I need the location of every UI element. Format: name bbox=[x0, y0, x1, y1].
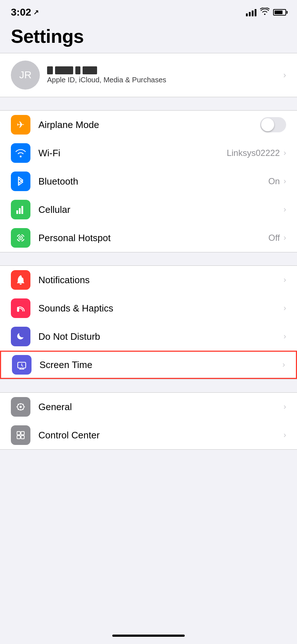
bluetooth-chevron-icon: › bbox=[284, 177, 286, 186]
svg-rect-12 bbox=[21, 435, 24, 439]
cellular-icon bbox=[11, 200, 30, 219]
airplane-mode-icon: ✈ bbox=[11, 115, 30, 135]
avatar: JR bbox=[11, 61, 40, 90]
page-title-section: Settings bbox=[0, 22, 297, 53]
page-title: Settings bbox=[11, 25, 286, 47]
status-bar: 3:02 ↗ bbox=[0, 0, 297, 22]
personal-hotspot-value: Off bbox=[268, 233, 280, 243]
wifi-value: Linksys02222 bbox=[227, 148, 280, 158]
sounds-haptics-label: Sounds & Haptics bbox=[38, 303, 284, 314]
cellular-row[interactable]: Cellular › bbox=[0, 195, 297, 224]
notifications-chevron-icon: › bbox=[284, 275, 286, 285]
wifi-icon bbox=[11, 143, 30, 163]
redacted-4 bbox=[83, 66, 97, 74]
general-label: General bbox=[38, 401, 284, 413]
airplane-mode-row[interactable]: ✈ Airplane Mode bbox=[0, 111, 297, 139]
airplane-mode-label: Airplane Mode bbox=[38, 119, 260, 131]
do-not-disturb-row[interactable]: Do Not Disturb › bbox=[0, 322, 297, 351]
profile-info: Apple ID, iCloud, Media & Purchases bbox=[47, 66, 276, 84]
control-center-chevron-icon: › bbox=[284, 430, 286, 440]
personal-hotspot-chevron-icon: › bbox=[284, 233, 286, 243]
profile-chevron-icon: › bbox=[283, 70, 286, 80]
status-time: 3:02 ↗ bbox=[11, 7, 39, 18]
svg-rect-11 bbox=[17, 435, 20, 439]
sounds-haptics-chevron-icon: › bbox=[284, 304, 286, 313]
general-icon bbox=[11, 397, 30, 417]
wifi-row[interactable]: Wi-Fi Linksys02222 › bbox=[0, 139, 297, 167]
control-center-row[interactable]: Control Center › bbox=[0, 421, 297, 449]
do-not-disturb-icon bbox=[11, 327, 30, 346]
redacted-2 bbox=[55, 66, 73, 74]
svg-point-8 bbox=[20, 406, 22, 408]
home-bar bbox=[112, 635, 185, 637]
signal-bars-icon bbox=[246, 8, 256, 16]
wifi-label: Wi-Fi bbox=[38, 148, 227, 159]
profile-name bbox=[47, 66, 276, 74]
notifications-label: Notifications bbox=[38, 274, 284, 286]
bluetooth-icon bbox=[11, 172, 30, 191]
connectivity-section: ✈ Airplane Mode Wi-Fi Linksys02222 › Blu… bbox=[0, 110, 297, 252]
personal-hotspot-row[interactable]: Personal Hotspot Off › bbox=[0, 224, 297, 252]
cellular-label: Cellular bbox=[38, 204, 280, 215]
screen-time-chevron-icon: › bbox=[283, 360, 285, 370]
profile-subtitle: Apple ID, iCloud, Media & Purchases bbox=[47, 76, 276, 84]
wifi-status-icon bbox=[260, 8, 269, 17]
battery-icon bbox=[273, 9, 286, 16]
bluetooth-row[interactable]: Bluetooth On › bbox=[0, 167, 297, 195]
sounds-haptics-row[interactable]: Sounds & Haptics › bbox=[0, 294, 297, 322]
svg-rect-0 bbox=[16, 210, 18, 214]
home-indicator bbox=[0, 630, 297, 644]
location-icon: ↗ bbox=[33, 8, 39, 16]
general-chevron-icon: › bbox=[284, 402, 286, 412]
screen-time-label: Screen Time bbox=[39, 359, 283, 371]
notifications-icon bbox=[11, 270, 30, 290]
profile-section: JR Apple ID, iCloud, Media & Purchases › bbox=[0, 53, 297, 97]
svg-rect-2 bbox=[21, 206, 23, 214]
redacted-1 bbox=[47, 66, 53, 74]
system-section: General › Control Center › bbox=[0, 392, 297, 450]
profile-row[interactable]: JR Apple ID, iCloud, Media & Purchases › bbox=[0, 53, 297, 97]
do-not-disturb-chevron-icon: › bbox=[284, 332, 286, 341]
personal-hotspot-label: Personal Hotspot bbox=[38, 232, 268, 244]
bluetooth-label: Bluetooth bbox=[38, 176, 268, 187]
cellular-chevron-icon: › bbox=[284, 205, 286, 214]
sounds-haptics-icon bbox=[11, 298, 30, 318]
notifications-row[interactable]: Notifications › bbox=[0, 266, 297, 294]
svg-point-4 bbox=[22, 275, 25, 278]
control-center-label: Control Center bbox=[38, 430, 284, 441]
bluetooth-value: On bbox=[268, 176, 280, 186]
status-icons bbox=[246, 8, 286, 17]
time-display: 3:02 bbox=[11, 7, 31, 18]
svg-rect-10 bbox=[21, 432, 24, 435]
screen-time-icon bbox=[12, 355, 32, 375]
redacted-3 bbox=[75, 66, 80, 74]
control-center-icon bbox=[11, 425, 30, 445]
notifications-section: Notifications › Sounds & Haptics › Do No… bbox=[0, 265, 297, 379]
general-row[interactable]: General › bbox=[0, 393, 297, 421]
svg-point-3 bbox=[20, 237, 21, 239]
airplane-mode-toggle[interactable] bbox=[260, 117, 286, 132]
personal-hotspot-icon bbox=[11, 228, 30, 248]
screen-time-row[interactable]: Screen Time › bbox=[0, 351, 297, 379]
wifi-chevron-icon: › bbox=[284, 148, 286, 158]
svg-rect-1 bbox=[19, 208, 21, 214]
svg-rect-5 bbox=[17, 307, 19, 312]
svg-rect-9 bbox=[17, 432, 20, 435]
do-not-disturb-label: Do Not Disturb bbox=[38, 331, 284, 342]
